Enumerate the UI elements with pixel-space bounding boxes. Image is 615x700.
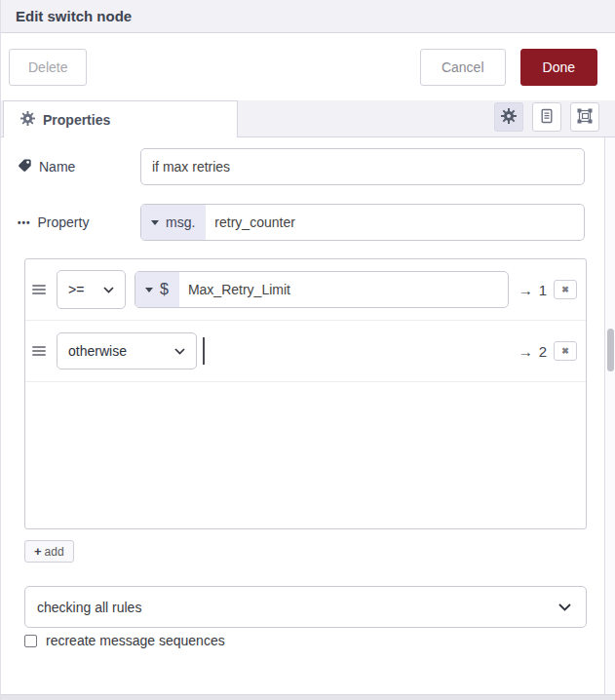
gear-icon — [20, 111, 35, 129]
property-label: ••• Property — [18, 214, 140, 230]
properties-tab-button[interactable] — [494, 102, 523, 132]
description-tab-button[interactable] — [532, 102, 561, 132]
drag-handle-icon[interactable] — [32, 285, 46, 294]
rule-mode-select[interactable]: checking all rules — [24, 586, 587, 628]
caret-down-icon — [151, 220, 159, 225]
tab-properties-label: Properties — [43, 112, 110, 128]
rule-row-2: otherwise → 2 ✖ — [25, 321, 586, 382]
rule-1-output-number: 1 — [539, 282, 547, 298]
tab-bar: Properties — [1, 100, 615, 137]
chevron-down-icon — [103, 287, 114, 293]
tab-properties[interactable]: Properties — [3, 100, 238, 137]
rule-2-operator-select[interactable]: otherwise — [57, 332, 197, 369]
dialog-title: Edit switch node — [16, 8, 132, 24]
recreate-sequences-label: recreate message sequences — [46, 633, 225, 648]
rule-1-value-input[interactable]: $ Max_Retry_Limit — [135, 271, 509, 308]
add-rule-button[interactable]: + add — [24, 540, 74, 563]
close-icon: ✖ — [561, 346, 569, 356]
arrow-right-icon: → — [519, 343, 533, 360]
recreate-sequences-row: recreate message sequences — [24, 633, 225, 648]
chevron-down-icon — [174, 348, 185, 355]
name-label-text: Name — [39, 159, 75, 175]
recreate-sequences-checkbox[interactable] — [24, 635, 37, 647]
edit-switch-node-dialog: Edit switch node Delete Cancel Done — [0, 0, 615, 700]
name-input[interactable] — [140, 148, 585, 185]
rule-row-1: >= $ Max_Retry_Limit → 1 ✖ — [25, 259, 586, 321]
bottom-resize-bar — [1, 694, 615, 700]
rule-2-remove-button[interactable]: ✖ — [554, 341, 577, 361]
property-type-button[interactable]: msg. — [141, 205, 206, 240]
property-type-label: msg. — [166, 214, 195, 230]
property-label-text: Property — [38, 214, 90, 230]
gear-icon — [501, 108, 517, 127]
add-rule-label: add — [45, 545, 64, 559]
tag-icon — [18, 158, 32, 175]
done-button[interactable]: Done — [520, 49, 597, 86]
rule-2-operator-value: otherwise — [68, 343, 127, 359]
rule-2-output-port: → 2 — [519, 343, 547, 360]
rule-1-operator-value: >= — [68, 282, 84, 297]
property-row: ••• Property msg. retry_counter — [18, 204, 585, 241]
rule-1-value[interactable]: Max_Retry_Limit — [179, 272, 508, 307]
rule-mode-value: checking all rules — [37, 600, 141, 615]
rules-list: >= $ Max_Retry_Limit → 1 ✖ otherwise — [24, 258, 587, 529]
rule-1-remove-button[interactable]: ✖ — [554, 280, 577, 299]
dialog-button-bar: Delete Cancel Done — [1, 34, 615, 100]
vertical-scrollbar[interactable] — [604, 137, 615, 694]
caret-down-icon — [145, 288, 153, 292]
rule-2-output-number: 2 — [539, 343, 547, 360]
name-row: Name — [18, 147, 585, 186]
delete-button[interactable]: Delete — [9, 49, 87, 86]
name-label: Name — [18, 158, 140, 175]
document-icon — [539, 108, 555, 127]
rule-1-output-port: → 1 — [519, 282, 547, 298]
object-group-icon — [577, 108, 593, 127]
plus-icon: + — [34, 544, 42, 559]
property-value[interactable]: retry_counter — [206, 205, 584, 240]
text-cursor — [203, 337, 205, 365]
ellipsis-icon: ••• — [18, 217, 31, 228]
rule-1-value-type-button[interactable]: $ — [135, 272, 179, 307]
scrollbar-thumb[interactable] — [607, 329, 614, 371]
property-typed-input[interactable]: msg. retry_counter — [140, 204, 585, 241]
tab-action-buttons — [494, 102, 599, 132]
appearance-tab-button[interactable] — [570, 102, 599, 132]
dialog-header: Edit switch node — [1, 0, 615, 33]
drag-handle-icon[interactable] — [32, 346, 46, 356]
cancel-button[interactable]: Cancel — [420, 49, 506, 86]
close-icon: ✖ — [561, 285, 569, 294]
arrow-right-icon: → — [519, 282, 533, 298]
chevron-down-icon — [558, 603, 571, 611]
rule-1-value-type-label: $ — [160, 281, 169, 298]
rule-1-operator-select[interactable]: >= — [57, 270, 126, 309]
